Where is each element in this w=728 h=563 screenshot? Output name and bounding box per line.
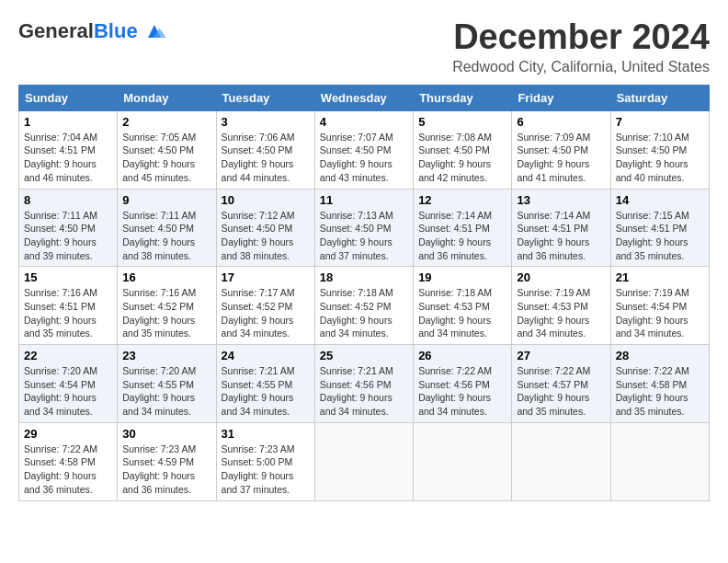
- calendar-cell: 7Sunrise: 7:10 AMSunset: 4:50 PMDaylight…: [610, 110, 709, 189]
- day-number: 20: [517, 270, 605, 284]
- day-number: 18: [320, 270, 408, 284]
- day-of-week-header: Thursday: [414, 85, 512, 110]
- calendar-cell: 4Sunrise: 7:07 AMSunset: 4:50 PMDaylight…: [314, 110, 413, 189]
- day-number: 28: [616, 349, 704, 362]
- day-info: Sunrise: 7:18 AMSunset: 4:52 PMDaylight:…: [320, 286, 408, 340]
- day-number: 19: [418, 270, 506, 284]
- header-row: SundayMondayTuesdayWednesdayThursdayFrid…: [19, 85, 710, 110]
- logo-blue: Blue: [94, 19, 138, 42]
- month-title: December 2024: [452, 18, 710, 57]
- calendar-cell: 2Sunrise: 7:05 AMSunset: 4:50 PMDaylight…: [118, 110, 216, 189]
- calendar-cell: 28Sunrise: 7:22 AMSunset: 4:58 PMDayligh…: [610, 345, 709, 423]
- day-info: Sunrise: 7:22 AMSunset: 4:56 PMDaylight:…: [418, 364, 506, 419]
- calendar-header: SundayMondayTuesdayWednesdayThursdayFrid…: [19, 85, 710, 110]
- day-number: 5: [418, 115, 506, 129]
- day-info: Sunrise: 7:19 AMSunset: 4:54 PMDaylight:…: [616, 286, 704, 340]
- calendar-cell: 15Sunrise: 7:16 AMSunset: 4:51 PMDayligh…: [19, 267, 118, 345]
- calendar-cell: 11Sunrise: 7:13 AMSunset: 4:50 PMDayligh…: [314, 189, 413, 267]
- day-info: Sunrise: 7:20 AMSunset: 4:54 PMDaylight:…: [24, 364, 112, 419]
- calendar-cell: 20Sunrise: 7:19 AMSunset: 4:53 PMDayligh…: [512, 267, 610, 345]
- day-number: 26: [418, 349, 506, 362]
- day-number: 3: [222, 115, 310, 129]
- calendar-cell: 26Sunrise: 7:22 AMSunset: 4:56 PMDayligh…: [414, 345, 512, 423]
- day-info: Sunrise: 7:14 AMSunset: 4:51 PMDaylight:…: [418, 209, 506, 263]
- page-container: GeneralBlue December 2024 Redwood City, …: [18, 18, 710, 501]
- location-subtitle: Redwood City, California, United States: [452, 59, 710, 75]
- calendar-cell: 12Sunrise: 7:14 AMSunset: 4:51 PMDayligh…: [414, 189, 512, 267]
- calendar-cell: [610, 422, 709, 500]
- day-number: 6: [517, 115, 605, 129]
- day-of-week-header: Friday: [512, 85, 610, 110]
- calendar-cell: 30Sunrise: 7:23 AMSunset: 4:59 PMDayligh…: [118, 422, 216, 500]
- calendar-week-row: 22Sunrise: 7:20 AMSunset: 4:54 PMDayligh…: [19, 345, 710, 423]
- day-of-week-header: Saturday: [610, 85, 709, 110]
- logo-general: General: [18, 19, 94, 42]
- header: GeneralBlue December 2024 Redwood City, …: [18, 18, 710, 75]
- calendar-cell: [414, 422, 512, 500]
- logo: GeneralBlue: [18, 18, 167, 44]
- calendar-week-row: 29Sunrise: 7:22 AMSunset: 4:58 PMDayligh…: [19, 422, 710, 500]
- calendar-cell: 9Sunrise: 7:11 AMSunset: 4:50 PMDaylight…: [118, 189, 216, 267]
- calendar-cell: 22Sunrise: 7:20 AMSunset: 4:54 PMDayligh…: [19, 345, 118, 423]
- day-info: Sunrise: 7:19 AMSunset: 4:53 PMDaylight:…: [517, 286, 605, 340]
- calendar-week-row: 1Sunrise: 7:04 AMSunset: 4:51 PMDaylight…: [19, 110, 710, 189]
- logo-area: GeneralBlue: [18, 18, 167, 44]
- calendar-cell: 18Sunrise: 7:18 AMSunset: 4:52 PMDayligh…: [314, 267, 413, 345]
- day-number: 31: [222, 427, 310, 441]
- day-number: 2: [122, 115, 210, 129]
- calendar-cell: 21Sunrise: 7:19 AMSunset: 4:54 PMDayligh…: [610, 267, 709, 345]
- day-info: Sunrise: 7:22 AMSunset: 4:58 PMDaylight:…: [616, 364, 704, 419]
- day-info: Sunrise: 7:10 AMSunset: 4:50 PMDaylight:…: [616, 131, 704, 185]
- day-number: 14: [616, 193, 704, 207]
- title-area: December 2024 Redwood City, California, …: [452, 18, 710, 75]
- calendar-cell: 8Sunrise: 7:11 AMSunset: 4:50 PMDaylight…: [19, 189, 118, 267]
- day-number: 25: [320, 349, 408, 362]
- day-number: 7: [616, 115, 704, 129]
- day-info: Sunrise: 7:18 AMSunset: 4:53 PMDaylight:…: [418, 286, 506, 340]
- day-number: 8: [24, 193, 112, 207]
- calendar-cell: 27Sunrise: 7:22 AMSunset: 4:57 PMDayligh…: [512, 345, 610, 423]
- logo-icon: [142, 18, 167, 44]
- day-number: 27: [517, 349, 605, 362]
- day-number: 12: [418, 193, 506, 207]
- day-number: 22: [24, 349, 112, 362]
- day-info: Sunrise: 7:13 AMSunset: 4:50 PMDaylight:…: [320, 209, 408, 263]
- calendar-week-row: 15Sunrise: 7:16 AMSunset: 4:51 PMDayligh…: [19, 267, 710, 345]
- day-number: 29: [24, 427, 112, 441]
- logo-general-text: GeneralBlue: [18, 19, 138, 43]
- calendar-cell: 19Sunrise: 7:18 AMSunset: 4:53 PMDayligh…: [414, 267, 512, 345]
- day-info: Sunrise: 7:16 AMSunset: 4:52 PMDaylight:…: [122, 286, 210, 340]
- day-info: Sunrise: 7:05 AMSunset: 4:50 PMDaylight:…: [122, 131, 210, 185]
- day-info: Sunrise: 7:20 AMSunset: 4:55 PMDaylight:…: [122, 364, 210, 419]
- calendar-cell: 14Sunrise: 7:15 AMSunset: 4:51 PMDayligh…: [610, 189, 709, 267]
- day-info: Sunrise: 7:23 AMSunset: 5:00 PMDaylight:…: [222, 442, 310, 497]
- calendar-cell: 16Sunrise: 7:16 AMSunset: 4:52 PMDayligh…: [118, 267, 216, 345]
- day-info: Sunrise: 7:16 AMSunset: 4:51 PMDaylight:…: [24, 286, 112, 340]
- day-info: Sunrise: 7:06 AMSunset: 4:50 PMDaylight:…: [222, 131, 310, 185]
- calendar-cell: 6Sunrise: 7:09 AMSunset: 4:50 PMDaylight…: [512, 110, 610, 189]
- day-info: Sunrise: 7:09 AMSunset: 4:50 PMDaylight:…: [517, 131, 605, 185]
- day-info: Sunrise: 7:21 AMSunset: 4:55 PMDaylight:…: [222, 364, 310, 419]
- calendar-cell: 23Sunrise: 7:20 AMSunset: 4:55 PMDayligh…: [118, 345, 216, 423]
- calendar-cell: 25Sunrise: 7:21 AMSunset: 4:56 PMDayligh…: [314, 345, 413, 423]
- calendar-cell: [314, 422, 413, 500]
- day-info: Sunrise: 7:23 AMSunset: 4:59 PMDaylight:…: [122, 442, 210, 497]
- day-info: Sunrise: 7:22 AMSunset: 4:58 PMDaylight:…: [24, 442, 112, 497]
- calendar-cell: 1Sunrise: 7:04 AMSunset: 4:51 PMDaylight…: [19, 110, 118, 189]
- day-number: 11: [320, 193, 408, 207]
- calendar-cell: 13Sunrise: 7:14 AMSunset: 4:51 PMDayligh…: [512, 189, 610, 267]
- calendar-cell: 10Sunrise: 7:12 AMSunset: 4:50 PMDayligh…: [216, 189, 314, 267]
- day-info: Sunrise: 7:11 AMSunset: 4:50 PMDaylight:…: [122, 209, 210, 263]
- day-info: Sunrise: 7:17 AMSunset: 4:52 PMDaylight:…: [222, 286, 310, 340]
- day-number: 24: [222, 349, 310, 362]
- calendar-cell: [512, 422, 610, 500]
- day-number: 23: [122, 349, 210, 362]
- calendar-cell: 31Sunrise: 7:23 AMSunset: 5:00 PMDayligh…: [216, 422, 314, 500]
- day-of-week-header: Monday: [118, 85, 216, 110]
- day-of-week-header: Sunday: [19, 85, 118, 110]
- day-of-week-header: Wednesday: [314, 85, 413, 110]
- day-number: 4: [320, 115, 408, 129]
- day-number: 10: [222, 193, 310, 207]
- day-number: 21: [616, 270, 704, 284]
- day-info: Sunrise: 7:12 AMSunset: 4:50 PMDaylight:…: [222, 209, 310, 263]
